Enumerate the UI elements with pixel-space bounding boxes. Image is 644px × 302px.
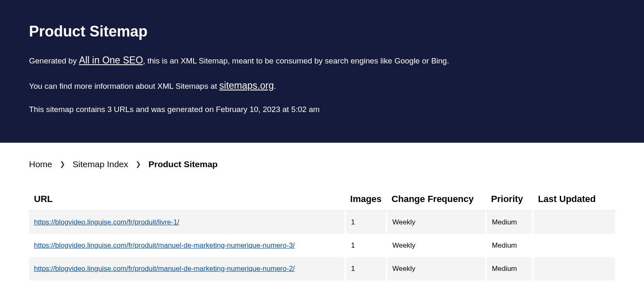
cell-updated [533,210,615,234]
sitemaps-org-link[interactable]: sitemaps.org [219,80,274,91]
col-header-images: Images [345,188,387,211]
cell-updated [533,257,615,280]
sitemap-table: URL Images Change Frequency Priority Las… [29,188,615,280]
header-text: , this is an XML Sitemap, meant to be co… [143,56,449,65]
col-header-updated: Last Updated [533,188,615,211]
table-row: https://blogvideo.linguise.com/fr/produi… [29,210,615,234]
table-body: https://blogvideo.linguise.com/fr/produi… [29,210,615,280]
chevron-right-icon: ❯ [60,160,65,168]
cell-url: https://blogvideo.linguise.com/fr/produi… [29,210,345,234]
cell-images: 1 [345,234,387,257]
header-line-1: Generated by All in One SEO, this is an … [29,53,615,68]
table-row: https://blogvideo.linguise.com/fr/produi… [29,257,615,280]
chevron-right-icon: ❯ [136,160,141,168]
header-line-3: This sitemap contains 3 URLs and was gen… [29,103,615,116]
cell-freq: Weekly [387,210,486,234]
header-line-2: You can find more information about XML … [29,78,615,93]
cell-url: https://blogvideo.linguise.com/fr/produi… [29,234,345,257]
aioseo-link[interactable]: All in One SEO [79,55,143,66]
sitemap-url-link[interactable]: https://blogvideo.linguise.com/fr/produi… [34,218,179,226]
cell-priority: Medium [486,210,533,234]
col-header-url: URL [29,188,345,211]
breadcrumb-sitemap-index[interactable]: Sitemap Index [73,159,128,169]
cell-freq: Weekly [387,257,486,280]
table-header-row: URL Images Change Frequency Priority Las… [29,188,615,211]
cell-updated [533,234,615,257]
page-title: Product Sitemap [29,23,615,40]
header-text: Generated by [29,56,79,65]
cell-images: 1 [345,210,387,234]
header-text: You can find more information about XML … [29,82,219,90]
table-row: https://blogvideo.linguise.com/fr/produi… [29,234,615,257]
breadcrumb: Home ❯ Sitemap Index ❯ Product Sitemap [29,159,615,169]
cell-images: 1 [345,257,387,280]
col-header-priority: Priority [486,188,533,211]
cell-priority: Medium [486,257,533,280]
breadcrumb-home[interactable]: Home [29,159,52,169]
breadcrumb-current: Product Sitemap [148,159,218,169]
cell-priority: Medium [486,234,533,257]
cell-freq: Weekly [387,234,486,257]
header-text: . [274,82,276,90]
sitemap-url-link[interactable]: https://blogvideo.linguise.com/fr/produi… [34,241,295,249]
sitemap-url-link[interactable]: https://blogvideo.linguise.com/fr/produi… [34,265,295,273]
col-header-freq: Change Frequency [387,188,486,211]
cell-url: https://blogvideo.linguise.com/fr/produi… [29,257,345,280]
page-content: Home ❯ Sitemap Index ❯ Product Sitemap U… [0,143,644,297]
page-header: Product Sitemap Generated by All in One … [0,0,644,143]
